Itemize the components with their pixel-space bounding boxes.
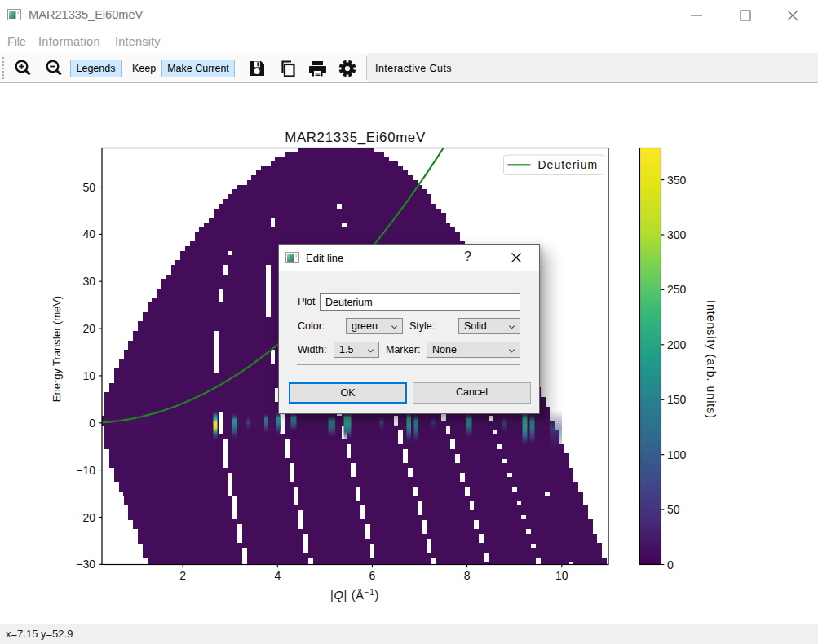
svg-text:−10: −10 [76,464,95,477]
svg-text:|Q| (Å−1): |Q| (Å−1) [330,588,379,602]
svg-text:MAR21335_Ei60meV: MAR21335_Ei60meV [285,130,426,145]
svg-text:0: 0 [89,417,95,430]
svg-text:10: 10 [555,569,568,582]
svg-text:100: 100 [667,448,687,461]
svg-text:4: 4 [274,569,281,582]
svg-text:40: 40 [82,227,95,240]
svg-text:50: 50 [82,181,95,194]
svg-text:6: 6 [369,569,376,582]
svg-text:30: 30 [82,275,95,288]
svg-text:200: 200 [667,338,687,351]
svg-text:Deuterium: Deuterium [538,158,599,171]
svg-text:−20: −20 [76,511,95,524]
svg-text:Energy Transfer (meV): Energy Transfer (meV) [51,296,63,402]
svg-text:150: 150 [667,393,687,406]
svg-text:Intensity (arb. units): Intensity (arb. units) [705,300,718,419]
svg-text:0: 0 [667,558,674,571]
svg-text:10: 10 [82,369,95,382]
svg-text:8: 8 [464,569,471,582]
svg-text:2: 2 [179,569,186,582]
svg-text:350: 350 [667,174,687,187]
svg-text:250: 250 [667,283,687,296]
svg-text:−30: −30 [76,558,95,571]
svg-text:50: 50 [667,503,680,516]
svg-text:300: 300 [667,228,687,241]
svg-text:20: 20 [82,322,95,335]
